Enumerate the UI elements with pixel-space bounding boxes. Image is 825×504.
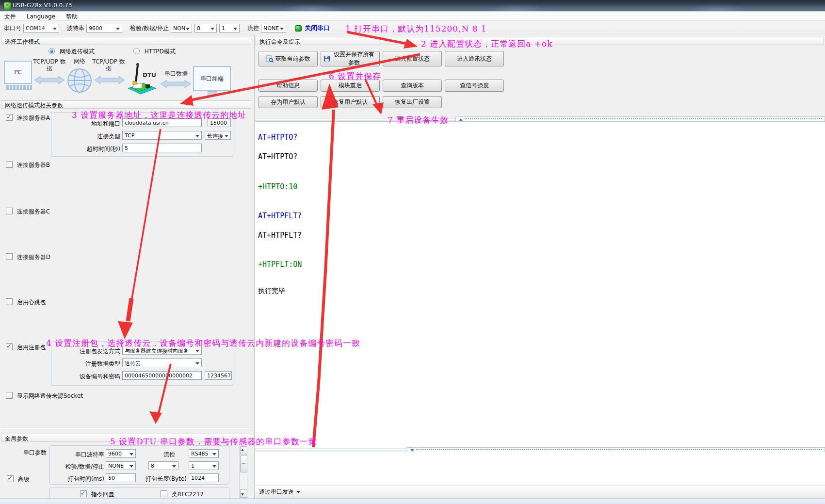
pack-time-input[interactable]: 50 <box>106 473 136 482</box>
left-panel-scrollbar[interactable] <box>239 446 247 498</box>
network-globe-icon <box>67 65 92 96</box>
checkbox-server-d[interactable]: 连接服务器D <box>6 253 50 260</box>
right-panel: 执行命令及提示 获取当前参数 设置并保存所有参数 进入配置状态 进入通讯状 <box>254 35 825 498</box>
radio-httpd-mode[interactable]: HTTPD模式 <box>133 48 176 54</box>
main-area: 选择工作模式 网络透传模式 HTTPD模式 PC TCP/UDP 数据 <box>0 35 825 498</box>
baud-select[interactable]: 9600 <box>86 24 122 33</box>
menu-bar: 文件 Language 帮助 <box>0 12 825 21</box>
double-arrow-icon <box>34 75 65 85</box>
app-window: USR-G78x V1.0.0.73 文件 Language 帮助 串口号 CO… <box>0 0 825 504</box>
server-a-group: 地址和端口 clouddata.usr.cn 15000 连接类型 TCP 长连… <box>51 112 233 157</box>
server-a-address-input[interactable]: clouddata.usr.cn <box>122 118 202 127</box>
checkbox-server-c[interactable]: 连接服务器C <box>6 208 50 214</box>
grip-icon <box>242 462 245 462</box>
query-version-button[interactable]: 查询版本 <box>383 80 442 92</box>
chevron-down-icon <box>212 453 216 455</box>
collapse-down-icon <box>410 449 414 452</box>
terminal-line: 执行完毕 <box>258 287 285 295</box>
restore-user-default-button[interactable]: 恢复用户默认 <box>321 96 380 108</box>
checkbox-rfc2217[interactable]: 类RFC2217 <box>161 490 204 497</box>
checkbox-icon <box>6 161 13 168</box>
stopbits-select[interactable]: 1 <box>219 24 240 33</box>
pack-len-input[interactable]: 1024 <box>189 473 219 482</box>
search-doc-icon <box>266 55 274 63</box>
enter-config-state-button[interactable]: 进入配置状态 <box>383 51 442 66</box>
checkbox-icon <box>6 343 13 350</box>
g-flow-label: 流控 <box>150 451 175 459</box>
factory-reset-button[interactable]: 恢复出厂设置 <box>383 96 442 108</box>
floppy-save-icon <box>324 55 330 62</box>
g-flow-select[interactable]: RS485 <box>189 449 219 458</box>
scroll-thumb[interactable] <box>240 455 247 472</box>
g-databits-select[interactable]: 8 <box>148 461 178 470</box>
menu-file[interactable]: 文件 <box>0 12 20 20</box>
terminal-top-splitter[interactable] <box>255 118 455 120</box>
serial-terminal-icon: 串口终端 <box>193 66 231 91</box>
status-bar <box>0 498 825 504</box>
module-restart-button[interactable]: 模块重启 <box>321 80 380 92</box>
echo-group: 指令回显 类RFC2217 <box>49 487 229 498</box>
window-title: USR-G78x V1.0.0.73 <box>13 2 72 9</box>
send-top-splitter[interactable] <box>255 449 407 451</box>
port-label: 串口号 <box>4 24 21 33</box>
pack-time-label: 打包时间(ms) <box>62 475 104 483</box>
commands-header: 执行命令及提示 <box>256 37 824 45</box>
conn-mode-select[interactable]: 长连接 <box>205 131 231 140</box>
checkbox-regpack[interactable]: 启用注册包 <box>6 343 46 350</box>
monitor-stand-icon <box>208 91 217 96</box>
menu-help[interactable]: 帮助 <box>62 12 82 20</box>
checkbox-icon <box>7 475 14 482</box>
checkbox-icon <box>6 298 13 305</box>
checkbox-heartbeat[interactable]: 启用心跳包 <box>6 298 46 305</box>
terminal-line: AT+HTPTO? <box>258 152 297 161</box>
terminal-line: AT+HTPTO? <box>258 133 297 142</box>
g-stopbits-select[interactable]: 1 <box>189 461 219 470</box>
title-bar: USR-G78x V1.0.0.73 <box>0 0 825 12</box>
parity-label: 检验/数据/停止 <box>130 24 169 33</box>
g-parity-select[interactable]: NONE <box>106 461 136 470</box>
device-password-input[interactable]: 12345678 <box>205 371 232 380</box>
get-params-button[interactable]: 获取当前参数 <box>259 51 318 66</box>
help-info-button[interactable]: 帮助信息 <box>259 80 318 92</box>
network-label: 网络 <box>69 58 90 65</box>
serial-open-indicator-icon <box>295 25 302 32</box>
checkbox-server-b[interactable]: 连接服务器B <box>6 161 50 168</box>
checkbox-icon <box>6 392 13 399</box>
chevron-down-icon <box>186 28 190 30</box>
reg-send-mode-select[interactable]: 与服务器建立连接时向服务 <box>122 346 202 355</box>
checkbox-advanced[interactable]: 高级 <box>7 475 30 482</box>
conn-type-select[interactable]: TCP <box>122 131 202 140</box>
flow-select[interactable]: NONE <box>261 24 286 33</box>
tcp-udp-label-2: TCP/UDP 数据 <box>92 58 125 72</box>
device-id-input[interactable]: 00004650000000000002 <box>122 371 202 380</box>
chevron-down-icon <box>195 135 199 137</box>
checkbox-icon <box>6 208 13 214</box>
reg-data-type-select[interactable]: 透传云 <box>122 358 202 367</box>
enter-comm-state-button[interactable]: 进入通讯状态 <box>445 51 504 66</box>
radio-transparent-mode[interactable]: 网络透传模式 <box>49 48 95 54</box>
timeout-input[interactable]: 5 <box>122 144 202 152</box>
chevron-down-icon <box>210 28 214 30</box>
databits-select[interactable]: 8 <box>194 24 217 33</box>
terminal-line: +HTPTO:10 <box>258 182 297 191</box>
checkbox-cmd-echo[interactable]: 指令回显 <box>80 490 114 497</box>
send-area[interactable]: 通过串口发送 <box>255 452 825 498</box>
checkbox-socket-source[interactable]: 显示网络透传来源Socket <box>6 392 83 399</box>
save-user-default-button[interactable]: 存为用户默认 <box>259 96 318 108</box>
checkbox-server-a[interactable]: 连接服务器A <box>6 114 50 121</box>
parity-select[interactable]: NONE <box>171 24 192 33</box>
send-via-serial-button[interactable]: 通过串口发送 <box>259 488 300 496</box>
terminal-log[interactable]: AT+HTPTO? AT+HTPTO? +HTPTO:10 AT+HTPFLT?… <box>255 121 825 448</box>
close-serial-button[interactable]: 关闭串口 <box>305 24 330 33</box>
server-a-port-input[interactable]: 15000 <box>208 118 231 127</box>
chevron-down-icon <box>195 362 199 365</box>
horizontal-splitter[interactable] <box>1 427 252 429</box>
query-signal-button[interactable]: 查信号强度 <box>445 80 504 92</box>
menu-language[interactable]: Language <box>22 12 60 21</box>
serial-params-group: 串口波特率 9600 流控 RS485 检验/数据/停止 NONE 8 1 打包… <box>49 445 229 485</box>
g-baud-select[interactable]: 9600 <box>106 449 136 458</box>
save-all-params-button[interactable]: 设置并保存所有参数 <box>321 51 380 66</box>
left-panel: 选择工作模式 网络透传模式 HTTPD模式 PC TCP/UDP 数据 <box>0 35 253 498</box>
port-select[interactable]: COM14 <box>23 24 59 33</box>
chevron-down-icon <box>129 465 133 468</box>
